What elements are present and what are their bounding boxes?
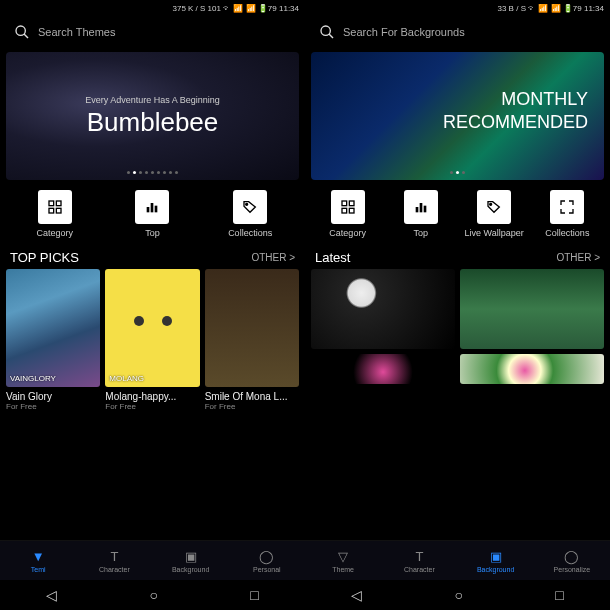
tab-background[interactable]: ▣Background: [458, 549, 534, 573]
recent-icon[interactable]: □: [555, 587, 563, 603]
chart-icon: [404, 190, 438, 224]
status-bar: 33 B / S ᯤ 📶 📶 🔋79 11:34: [305, 0, 610, 16]
bottom-tabs: ▽Theme TCharacter ▣Background ◯Personali…: [305, 540, 610, 580]
section-title: Latest: [315, 250, 350, 265]
system-nav: ◁ ○ □: [0, 580, 305, 610]
svg-rect-3: [49, 208, 54, 213]
bottom-tabs: ▼Temi TCharacter ▣Background ◯Personal: [0, 540, 305, 580]
svg-rect-2: [56, 201, 61, 206]
section-header: TOP PICKS OTHER >: [0, 244, 305, 269]
svg-rect-14: [416, 207, 419, 212]
text-icon: T: [415, 549, 423, 564]
top-button[interactable]: Top: [117, 190, 187, 238]
category-button[interactable]: Category: [20, 190, 90, 238]
search-icon: [14, 24, 30, 40]
card-thumb: MOLANG: [105, 269, 199, 387]
search-bar[interactable]: Search For Backgrounds: [305, 16, 610, 48]
svg-point-8: [246, 203, 248, 205]
chart-icon: [135, 190, 169, 224]
more-link[interactable]: OTHER >: [251, 252, 295, 263]
svg-rect-16: [424, 206, 427, 213]
back-icon[interactable]: ◁: [351, 587, 362, 603]
status-bar: 375 K / S 101 ᯤ 📶 📶 🔋79 11:34: [0, 0, 305, 16]
wallpaper-thumb[interactable]: [460, 269, 604, 349]
svg-rect-13: [349, 208, 354, 213]
search-placeholder: Search Themes: [38, 26, 115, 38]
svg-point-0: [16, 26, 25, 35]
tab-character[interactable]: TCharacter: [381, 549, 457, 573]
live-wallpaper-button[interactable]: Live Wallpaper: [459, 190, 529, 238]
carousel-dots: [311, 171, 604, 174]
svg-rect-10: [342, 201, 347, 206]
expand-icon: [550, 190, 584, 224]
carousel-dots: [6, 171, 299, 174]
tab-theme[interactable]: ▽Theme: [305, 549, 381, 573]
section-title: TOP PICKS: [10, 250, 79, 265]
brush-icon: ▼: [32, 549, 45, 564]
svg-rect-7: [155, 206, 158, 213]
grid-icon: [38, 190, 72, 224]
tab-character[interactable]: TCharacter: [76, 549, 152, 573]
hero-title: Bumblebee: [87, 107, 219, 138]
home-icon[interactable]: ○: [150, 587, 158, 603]
back-icon[interactable]: ◁: [46, 587, 57, 603]
wallpaper-thumb[interactable]: [460, 354, 604, 384]
svg-point-9: [321, 26, 330, 35]
wallpaper-grid: [305, 269, 610, 384]
card-thumb: VAINGLORY: [6, 269, 100, 387]
wallpaper-thumb[interactable]: [311, 354, 455, 384]
collections-button[interactable]: Collections: [532, 190, 602, 238]
left-screen: 375 K / S 101 ᯤ 📶 📶 🔋79 11:34 Search The…: [0, 0, 305, 610]
card-thumb: [205, 269, 299, 387]
svg-rect-5: [147, 207, 150, 212]
tag-icon: [233, 190, 267, 224]
system-nav: ◁ ○ □: [305, 580, 610, 610]
search-bar[interactable]: Search Themes: [0, 16, 305, 48]
hero-tagline: Every Adventure Has A Beginning: [85, 95, 220, 105]
tag-icon: [477, 190, 511, 224]
image-icon: ▣: [490, 549, 502, 564]
grid-icon: [331, 190, 365, 224]
tab-background[interactable]: ▣Background: [153, 549, 229, 573]
right-screen: 33 B / S ᯤ 📶 📶 🔋79 11:34 Search For Back…: [305, 0, 610, 610]
theme-card[interactable]: VAINGLORY Vain Glory For Free: [6, 269, 100, 411]
person-icon: ◯: [259, 549, 274, 564]
top-button[interactable]: Top: [386, 190, 456, 238]
svg-point-17: [490, 203, 492, 205]
search-icon: [319, 24, 335, 40]
svg-rect-4: [56, 208, 61, 213]
section-header: Latest OTHER >: [305, 244, 610, 269]
hero-banner[interactable]: Every Adventure Has A Beginning Bumblebe…: [6, 52, 299, 180]
home-icon[interactable]: ○: [455, 587, 463, 603]
brush-icon: ▽: [338, 549, 348, 564]
hero-banner[interactable]: MONTHLYRECOMMENDED: [311, 52, 604, 180]
theme-cards: VAINGLORY Vain Glory For Free MOLANG Mol…: [0, 269, 305, 411]
tab-personalize[interactable]: ◯Personalize: [534, 549, 610, 573]
quick-nav: Category Top Live Wallpaper Collections: [305, 180, 610, 244]
search-placeholder: Search For Backgrounds: [343, 26, 465, 38]
quick-nav: Category Top Collections: [0, 180, 305, 244]
more-link[interactable]: OTHER >: [556, 252, 600, 263]
text-icon: T: [110, 549, 118, 564]
svg-rect-1: [49, 201, 54, 206]
image-icon: ▣: [185, 549, 197, 564]
svg-rect-12: [342, 208, 347, 213]
category-button[interactable]: Category: [313, 190, 383, 238]
tab-personal[interactable]: ◯Personal: [229, 549, 305, 573]
svg-rect-6: [151, 203, 154, 212]
recent-icon[interactable]: □: [250, 587, 258, 603]
svg-rect-11: [349, 201, 354, 206]
theme-card[interactable]: Smile Of Mona L... For Free: [205, 269, 299, 411]
wallpaper-thumb[interactable]: [311, 269, 455, 349]
collections-button[interactable]: Collections: [215, 190, 285, 238]
tab-themes[interactable]: ▼Temi: [0, 549, 76, 573]
hero-title: MONTHLYRECOMMENDED: [443, 88, 588, 135]
svg-rect-15: [420, 203, 423, 212]
theme-card[interactable]: MOLANG Molang-happy... For Free: [105, 269, 199, 411]
person-icon: ◯: [564, 549, 579, 564]
